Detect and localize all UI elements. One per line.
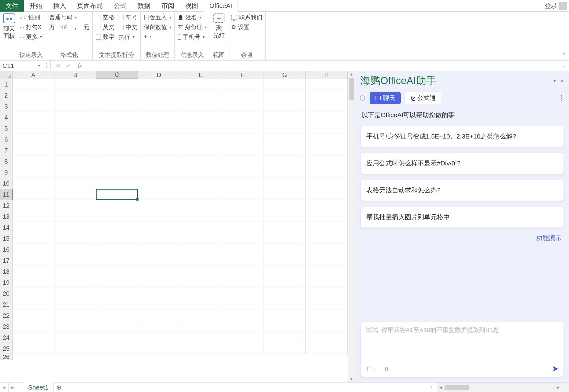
row-header[interactable]: 3 (0, 101, 13, 112)
cell[interactable] (96, 310, 138, 321)
scrollbar-thumb[interactable] (445, 385, 469, 390)
cell[interactable] (306, 299, 348, 310)
cell[interactable] (13, 255, 54, 266)
tab-review[interactable]: 审阅 (156, 0, 180, 12)
cell[interactable] (13, 299, 54, 310)
plus-button[interactable]: +▾ (144, 33, 151, 40)
cell[interactable] (54, 266, 96, 277)
cell[interactable] (222, 211, 264, 222)
comma-button[interactable]: ， (72, 23, 78, 31)
cell[interactable] (54, 332, 96, 343)
cell[interactable] (222, 112, 264, 123)
cell[interactable] (13, 134, 54, 145)
row-header[interactable]: 5 (0, 123, 13, 134)
row-header[interactable]: 7 (0, 145, 13, 156)
row-header[interactable]: 8 (0, 156, 13, 167)
cell[interactable] (138, 167, 180, 178)
cell[interactable] (180, 233, 222, 244)
cell[interactable] (306, 145, 348, 156)
row-header[interactable]: 9 (0, 167, 13, 178)
cell[interactable] (306, 189, 348, 200)
cell[interactable] (13, 178, 54, 189)
cell[interactable] (13, 90, 54, 101)
cell[interactable] (96, 156, 138, 167)
cell[interactable] (138, 244, 180, 255)
cell[interactable] (222, 189, 264, 200)
cell[interactable] (138, 288, 180, 299)
cell[interactable] (54, 79, 96, 90)
row-header[interactable]: 4 (0, 112, 13, 123)
cell[interactable] (54, 123, 96, 134)
cell[interactable] (222, 233, 264, 244)
symbol-checkbox[interactable]: 符号 (119, 13, 137, 21)
cell[interactable] (54, 222, 96, 233)
cell[interactable] (306, 288, 348, 299)
cell[interactable] (96, 123, 138, 134)
cell[interactable] (180, 266, 222, 277)
cell[interactable] (138, 200, 180, 211)
english-checkbox[interactable]: 英文 (96, 23, 114, 31)
scroll-left-icon[interactable]: ◄ (437, 385, 444, 390)
drag-handle-icon[interactable]: ⋮ (430, 385, 434, 390)
suggestion-card[interactable]: 手机号/身份证号变成1.5E+10、2.3E+10之类怎么解? (361, 126, 563, 147)
row-header[interactable]: 16 (0, 244, 13, 255)
cell[interactable] (264, 255, 306, 266)
cell[interactable] (264, 310, 306, 321)
cell[interactable] (306, 266, 348, 277)
cell[interactable] (180, 288, 222, 299)
phone-button[interactable]: 手机号▾ (178, 33, 205, 41)
add-sheet-button[interactable]: ⊕ (54, 384, 64, 391)
cell[interactable] (96, 79, 138, 90)
cell[interactable] (264, 79, 306, 90)
cell[interactable] (306, 79, 348, 90)
tab-data[interactable]: 数据 (132, 0, 156, 12)
number-checkbox[interactable]: 数字 (96, 33, 114, 41)
cell[interactable] (306, 277, 348, 288)
cell[interactable] (222, 101, 264, 112)
suggestion-card[interactable]: 帮我批量插入图片到单元格中 (361, 207, 563, 227)
row-header[interactable]: 15 (0, 233, 13, 244)
login-button[interactable]: 登录 (545, 2, 569, 10)
cell[interactable] (13, 310, 54, 321)
cell[interactable] (138, 101, 180, 112)
fx-icon[interactable]: fx (78, 62, 82, 70)
cell[interactable] (138, 310, 180, 321)
cell[interactable] (306, 200, 348, 211)
expand-formula-bar-icon[interactable]: ⌄ (560, 63, 569, 68)
row-header[interactable]: 10 (0, 178, 13, 189)
cell[interactable] (222, 244, 264, 255)
exec-button[interactable]: 执行▾ (119, 33, 135, 41)
scroll-up-icon[interactable]: ▲ (348, 71, 355, 78)
send-icon[interactable]: ➤ (552, 364, 559, 374)
row-header[interactable]: 19 (0, 277, 13, 288)
cell[interactable] (96, 288, 138, 299)
row-header[interactable]: 6 (0, 134, 13, 145)
column-header[interactable]: E (180, 71, 222, 79)
confirm-icon[interactable]: ✓ (66, 62, 71, 69)
cell[interactable] (13, 332, 54, 343)
row-header[interactable]: 22 (0, 310, 13, 321)
row-header[interactable]: 25 (0, 343, 13, 354)
cell[interactable] (180, 167, 222, 178)
cell[interactable] (222, 90, 264, 101)
cell[interactable] (13, 167, 54, 178)
cell[interactable] (13, 79, 54, 90)
row-header[interactable]: 2 (0, 90, 13, 101)
row-header[interactable]: 23 (0, 321, 13, 332)
cell[interactable] (222, 200, 264, 211)
cell[interactable] (138, 112, 180, 123)
cell[interactable] (306, 156, 348, 167)
tab-formula[interactable]: 公式 (108, 0, 132, 12)
row-header[interactable]: 24 (0, 332, 13, 343)
row-header[interactable]: 11 (0, 189, 13, 200)
cell[interactable] (13, 321, 54, 332)
cell[interactable] (96, 299, 138, 310)
cell[interactable] (96, 101, 138, 112)
cell[interactable] (96, 90, 138, 101)
cell[interactable] (264, 167, 306, 178)
cell[interactable] (306, 211, 348, 222)
cell[interactable] (96, 112, 138, 123)
cell[interactable] (264, 222, 306, 233)
cell[interactable] (13, 288, 54, 299)
row-header[interactable]: 12 (0, 200, 13, 211)
